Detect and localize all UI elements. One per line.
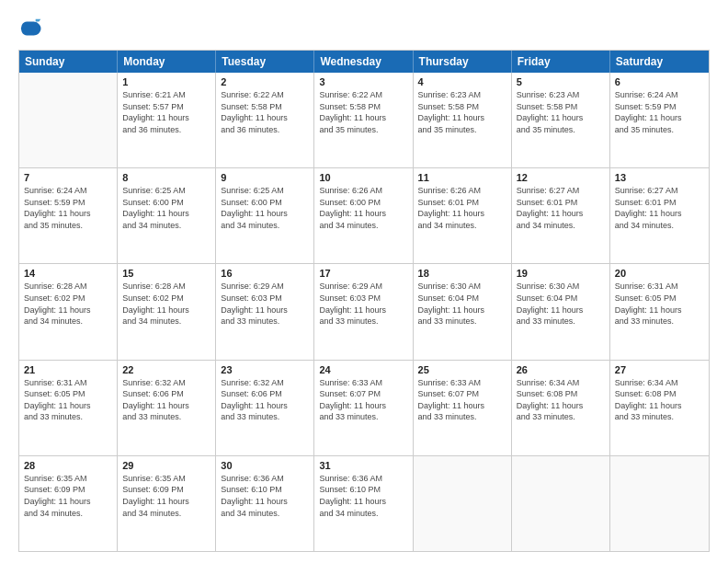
cal-cell-r3-c3: 24Sunrise: 6:33 AM Sunset: 6:07 PM Dayli…	[314, 361, 413, 455]
cell-info: Sunrise: 6:30 AM Sunset: 6:04 PM Dayligh…	[418, 281, 506, 327]
calendar-row-0: 1Sunrise: 6:21 AM Sunset: 5:57 PM Daylig…	[19, 73, 709, 168]
cal-cell-r4-c1: 29Sunrise: 6:35 AM Sunset: 6:09 PM Dayli…	[118, 456, 216, 551]
cell-info: Sunrise: 6:25 AM Sunset: 6:00 PM Dayligh…	[221, 185, 309, 231]
day-number: 21	[24, 364, 112, 375]
cal-cell-r4-c5	[512, 456, 610, 551]
cell-info: Sunrise: 6:35 AM Sunset: 6:09 PM Dayligh…	[24, 473, 112, 519]
cell-info: Sunrise: 6:23 AM Sunset: 5:58 PM Dayligh…	[418, 89, 506, 135]
cell-info: Sunrise: 6:33 AM Sunset: 6:07 PM Dayligh…	[418, 377, 506, 423]
day-number: 6	[615, 76, 704, 87]
weekday-header-wednesday: Wednesday	[314, 51, 413, 73]
cell-info: Sunrise: 6:22 AM Sunset: 5:58 PM Dayligh…	[221, 89, 309, 135]
calendar-row-1: 7Sunrise: 6:24 AM Sunset: 5:59 PM Daylig…	[19, 168, 709, 264]
day-number: 30	[221, 460, 309, 471]
header	[18, 15, 710, 40]
cell-info: Sunrise: 6:26 AM Sunset: 6:01 PM Dayligh…	[418, 185, 506, 231]
cell-info: Sunrise: 6:36 AM Sunset: 6:10 PM Dayligh…	[319, 473, 407, 519]
cal-cell-r2-c3: 17Sunrise: 6:29 AM Sunset: 6:03 PM Dayli…	[314, 264, 413, 359]
day-number: 7	[24, 172, 112, 183]
cal-cell-r4-c4	[414, 456, 512, 551]
cell-info: Sunrise: 6:30 AM Sunset: 6:04 PM Dayligh…	[517, 281, 605, 327]
cal-cell-r0-c3: 3Sunrise: 6:22 AM Sunset: 5:58 PM Daylig…	[314, 73, 413, 167]
cell-info: Sunrise: 6:34 AM Sunset: 6:08 PM Dayligh…	[615, 377, 704, 423]
day-number: 5	[517, 76, 605, 87]
page: SundayMondayTuesdayWednesdayThursdayFrid…	[0, 0, 728, 563]
cell-info: Sunrise: 6:35 AM Sunset: 6:09 PM Dayligh…	[122, 473, 210, 519]
day-number: 22	[122, 364, 210, 375]
cal-cell-r4-c0: 28Sunrise: 6:35 AM Sunset: 6:09 PM Dayli…	[19, 456, 118, 551]
cal-cell-r2-c6: 20Sunrise: 6:31 AM Sunset: 6:05 PM Dayli…	[610, 264, 709, 359]
cal-cell-r1-c1: 8Sunrise: 6:25 AM Sunset: 6:00 PM Daylig…	[118, 168, 216, 263]
day-number: 31	[319, 460, 407, 471]
cal-cell-r0-c2: 2Sunrise: 6:22 AM Sunset: 5:58 PM Daylig…	[216, 73, 314, 167]
day-number: 3	[319, 76, 407, 87]
cal-cell-r0-c1: 1Sunrise: 6:21 AM Sunset: 5:57 PM Daylig…	[118, 73, 216, 167]
day-number: 14	[24, 268, 112, 279]
cal-cell-r3-c5: 26Sunrise: 6:34 AM Sunset: 6:08 PM Dayli…	[512, 361, 610, 455]
cal-cell-r1-c0: 7Sunrise: 6:24 AM Sunset: 5:59 PM Daylig…	[19, 168, 118, 263]
day-number: 8	[122, 172, 210, 183]
cal-cell-r2-c2: 16Sunrise: 6:29 AM Sunset: 6:03 PM Dayli…	[216, 264, 314, 359]
cal-cell-r4-c6	[610, 456, 709, 551]
cal-cell-r4-c2: 30Sunrise: 6:36 AM Sunset: 6:10 PM Dayli…	[216, 456, 314, 551]
calendar-row-2: 14Sunrise: 6:28 AM Sunset: 6:02 PM Dayli…	[19, 264, 709, 360]
cell-info: Sunrise: 6:34 AM Sunset: 6:08 PM Dayligh…	[517, 377, 605, 423]
day-number: 4	[418, 76, 506, 87]
cal-cell-r0-c5: 5Sunrise: 6:23 AM Sunset: 5:58 PM Daylig…	[512, 73, 610, 167]
cell-info: Sunrise: 6:29 AM Sunset: 6:03 PM Dayligh…	[221, 281, 309, 327]
cal-cell-r1-c3: 10Sunrise: 6:26 AM Sunset: 6:00 PM Dayli…	[314, 168, 413, 263]
day-number: 27	[615, 364, 704, 375]
day-number: 12	[517, 172, 605, 183]
day-number: 28	[24, 460, 112, 471]
cell-info: Sunrise: 6:24 AM Sunset: 5:59 PM Dayligh…	[615, 89, 704, 135]
cell-info: Sunrise: 6:36 AM Sunset: 6:10 PM Dayligh…	[221, 473, 309, 519]
cell-info: Sunrise: 6:25 AM Sunset: 6:00 PM Dayligh…	[122, 185, 210, 231]
cal-cell-r1-c5: 12Sunrise: 6:27 AM Sunset: 6:01 PM Dayli…	[512, 168, 610, 263]
day-number: 19	[517, 268, 605, 279]
cell-info: Sunrise: 6:32 AM Sunset: 6:06 PM Dayligh…	[221, 377, 309, 423]
cal-cell-r0-c0	[19, 73, 118, 167]
cal-cell-r3-c1: 22Sunrise: 6:32 AM Sunset: 6:06 PM Dayli…	[118, 361, 216, 455]
cell-info: Sunrise: 6:28 AM Sunset: 6:02 PM Dayligh…	[122, 281, 210, 327]
cal-cell-r4-c3: 31Sunrise: 6:36 AM Sunset: 6:10 PM Dayli…	[314, 456, 413, 551]
day-number: 18	[418, 268, 506, 279]
cell-info: Sunrise: 6:33 AM Sunset: 6:07 PM Dayligh…	[319, 377, 407, 423]
day-number: 2	[221, 76, 309, 87]
cell-info: Sunrise: 6:22 AM Sunset: 5:58 PM Dayligh…	[319, 89, 407, 135]
cal-cell-r2-c1: 15Sunrise: 6:28 AM Sunset: 6:02 PM Dayli…	[118, 264, 216, 359]
cal-cell-r3-c4: 25Sunrise: 6:33 AM Sunset: 6:07 PM Dayli…	[414, 361, 512, 455]
cal-cell-r3-c2: 23Sunrise: 6:32 AM Sunset: 6:06 PM Dayli…	[216, 361, 314, 455]
cal-cell-r0-c4: 4Sunrise: 6:23 AM Sunset: 5:58 PM Daylig…	[414, 73, 512, 167]
calendar-row-4: 28Sunrise: 6:35 AM Sunset: 6:09 PM Dayli…	[19, 456, 709, 551]
weekday-header-friday: Friday	[512, 51, 610, 73]
day-number: 29	[122, 460, 210, 471]
cell-info: Sunrise: 6:28 AM Sunset: 6:02 PM Dayligh…	[24, 281, 112, 327]
day-number: 9	[221, 172, 309, 183]
cal-cell-r1-c4: 11Sunrise: 6:26 AM Sunset: 6:01 PM Dayli…	[414, 168, 512, 263]
cal-cell-r2-c4: 18Sunrise: 6:30 AM Sunset: 6:04 PM Dayli…	[414, 264, 512, 359]
weekday-header-monday: Monday	[118, 51, 216, 73]
day-number: 13	[615, 172, 704, 183]
day-number: 15	[122, 268, 210, 279]
cell-info: Sunrise: 6:21 AM Sunset: 5:57 PM Dayligh…	[122, 89, 210, 135]
cell-info: Sunrise: 6:29 AM Sunset: 6:03 PM Dayligh…	[319, 281, 407, 327]
day-number: 23	[221, 364, 309, 375]
cal-cell-r3-c0: 21Sunrise: 6:31 AM Sunset: 6:05 PM Dayli…	[19, 361, 118, 455]
logo-icon	[18, 15, 44, 40]
day-number: 24	[319, 364, 407, 375]
cell-info: Sunrise: 6:31 AM Sunset: 6:05 PM Dayligh…	[615, 281, 704, 327]
cal-cell-r1-c6: 13Sunrise: 6:27 AM Sunset: 6:01 PM Dayli…	[610, 168, 709, 263]
cell-info: Sunrise: 6:32 AM Sunset: 6:06 PM Dayligh…	[122, 377, 210, 423]
weekday-header-saturday: Saturday	[610, 51, 709, 73]
cell-info: Sunrise: 6:24 AM Sunset: 5:59 PM Dayligh…	[24, 185, 112, 231]
day-number: 17	[319, 268, 407, 279]
cell-info: Sunrise: 6:27 AM Sunset: 6:01 PM Dayligh…	[517, 185, 605, 231]
day-number: 26	[517, 364, 605, 375]
weekday-header-tuesday: Tuesday	[216, 51, 314, 73]
day-number: 10	[319, 172, 407, 183]
calendar-row-3: 21Sunrise: 6:31 AM Sunset: 6:05 PM Dayli…	[19, 361, 709, 456]
day-number: 1	[122, 76, 210, 87]
day-number: 11	[418, 172, 506, 183]
day-number: 25	[418, 364, 506, 375]
cell-info: Sunrise: 6:31 AM Sunset: 6:05 PM Dayligh…	[24, 377, 112, 423]
